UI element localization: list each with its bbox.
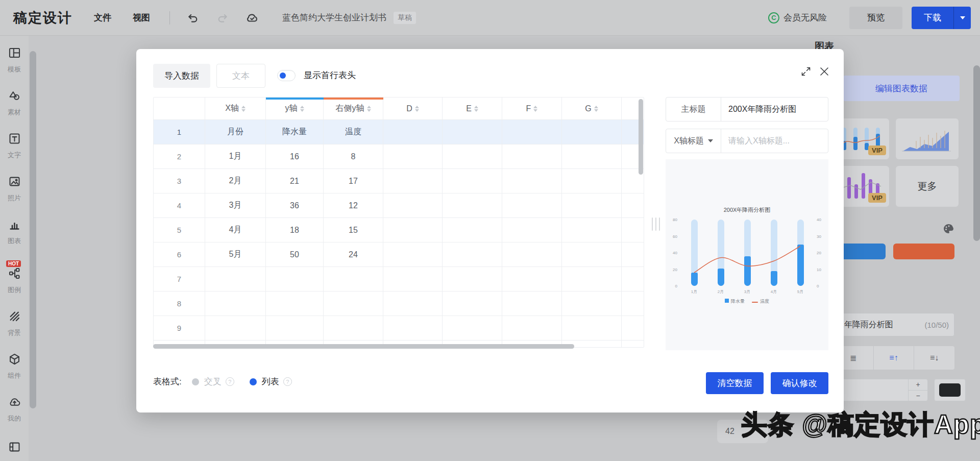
- sidebar-item-chart[interactable]: 图表: [0, 217, 29, 260]
- column-header[interactable]: F: [502, 98, 562, 120]
- radio-cross[interactable]: [192, 378, 199, 385]
- close-icon[interactable]: [818, 65, 830, 78]
- table-cell[interactable]: [502, 218, 562, 242]
- download-button[interactable]: 下载: [912, 7, 971, 29]
- panel-scrollbar[interactable]: [973, 65, 980, 241]
- sort-ascending-button[interactable]: ≡↑: [874, 346, 915, 370]
- table-cell[interactable]: [502, 120, 562, 144]
- table-cell[interactable]: [562, 316, 622, 341]
- table-cell[interactable]: [562, 242, 622, 267]
- table-cell[interactable]: [562, 120, 622, 144]
- column-header[interactable]: D: [383, 98, 443, 120]
- table-cell[interactable]: [383, 267, 443, 292]
- table-cell[interactable]: [383, 169, 443, 193]
- table-cell[interactable]: [443, 120, 502, 144]
- canvas-scrollbar[interactable]: [30, 51, 36, 408]
- zoom-level[interactable]: 42: [717, 420, 768, 443]
- sidebar-item-mine[interactable]: 我的: [0, 395, 29, 438]
- column-header[interactable]: 右侧y轴: [324, 98, 383, 120]
- table-cell[interactable]: 月份: [205, 120, 266, 144]
- table-cell[interactable]: 温度: [324, 120, 383, 144]
- table-cell[interactable]: 2月: [205, 169, 266, 193]
- table-cell[interactable]: [443, 316, 502, 341]
- table-cell[interactable]: 17: [324, 169, 383, 193]
- table-cell[interactable]: [562, 144, 622, 169]
- download-label[interactable]: 下载: [912, 7, 953, 29]
- chart-thumbnail-area[interactable]: [896, 118, 959, 159]
- table-cell[interactable]: [205, 267, 266, 292]
- table-cell[interactable]: [562, 193, 622, 218]
- table-cell[interactable]: [443, 144, 502, 169]
- sort-icon[interactable]: [367, 106, 371, 112]
- table-cell[interactable]: 18: [266, 218, 324, 242]
- sort-icon[interactable]: [474, 106, 478, 112]
- table-cell[interactable]: 1月: [205, 144, 266, 169]
- clear-data-button[interactable]: 清空数据: [706, 372, 764, 394]
- palette-icon[interactable]: [942, 223, 954, 235]
- sort-icon[interactable]: [594, 106, 598, 112]
- sidebar-item-legend[interactable]: HOT图例: [0, 266, 29, 309]
- stepper-decrement[interactable]: −: [909, 391, 927, 401]
- table-cell[interactable]: [502, 193, 562, 218]
- show-header-toggle[interactable]: [277, 70, 296, 81]
- table-cell[interactable]: [383, 193, 443, 218]
- table-cell[interactable]: 3月: [205, 193, 266, 218]
- expand-icon[interactable]: [800, 65, 812, 78]
- more-charts-button[interactable]: 更多: [896, 166, 959, 207]
- column-header[interactable]: G: [562, 98, 622, 120]
- table-cell[interactable]: [562, 267, 622, 292]
- table-cell[interactable]: [324, 292, 383, 316]
- table-cell[interactable]: [502, 169, 562, 193]
- table-cell[interactable]: [562, 169, 622, 193]
- table-cell[interactable]: 21: [266, 169, 324, 193]
- table-cell[interactable]: [324, 267, 383, 292]
- table-cell[interactable]: [443, 193, 502, 218]
- table-cell[interactable]: 36: [266, 193, 324, 218]
- undo-icon[interactable]: [186, 11, 200, 25]
- table-cell[interactable]: [443, 267, 502, 292]
- value-stepper[interactable]: + −: [833, 379, 928, 401]
- table-cell[interactable]: 24: [324, 242, 383, 267]
- download-dropdown[interactable]: [954, 7, 971, 29]
- sort-icon[interactable]: [300, 106, 304, 112]
- table-cell[interactable]: [383, 218, 443, 242]
- sidebar-item-background[interactable]: 背景: [0, 309, 29, 352]
- option-cross-label[interactable]: 交叉: [204, 376, 222, 387]
- table-cell[interactable]: [502, 267, 562, 292]
- xaxis-title-dropdown[interactable]: X轴标题: [666, 129, 721, 153]
- menu-file[interactable]: 文件: [94, 12, 111, 23]
- tab-import-data[interactable]: 导入数据: [153, 64, 210, 88]
- redo-icon[interactable]: [216, 11, 229, 25]
- sidebar-item-component[interactable]: 组件: [0, 352, 29, 395]
- option-list-label[interactable]: 列表: [262, 376, 279, 387]
- table-cell[interactable]: 15: [324, 218, 383, 242]
- edit-chart-data-button[interactable]: 编辑图表数据: [843, 76, 960, 101]
- tab-text[interactable]: 文本: [216, 64, 265, 88]
- table-cell[interactable]: [443, 169, 502, 193]
- table-cell[interactable]: [502, 292, 562, 316]
- help-icon[interactable]: ?: [226, 377, 234, 386]
- sidebar-item-text[interactable]: 文字: [0, 132, 29, 175]
- sort-icon[interactable]: [241, 106, 246, 112]
- table-cell[interactable]: [562, 218, 622, 242]
- table-cell[interactable]: [443, 218, 502, 242]
- main-title-input[interactable]: [721, 98, 828, 121]
- table-cell[interactable]: 4月: [205, 218, 266, 242]
- column-header[interactable]: E: [443, 98, 502, 120]
- help-icon[interactable]: ?: [283, 377, 292, 386]
- table-cell[interactable]: [502, 242, 562, 267]
- panel-resize-handle[interactable]: [652, 217, 660, 231]
- table-cell[interactable]: [502, 144, 562, 169]
- column-header[interactable]: y轴: [266, 98, 324, 120]
- xaxis-title-input[interactable]: [721, 129, 828, 153]
- color-swatch-orange[interactable]: [893, 244, 954, 259]
- table-cell[interactable]: [383, 120, 443, 144]
- sidebar-item-pages[interactable]: [0, 440, 29, 461]
- table-cell[interactable]: [443, 242, 502, 267]
- sort-icon[interactable]: [415, 106, 419, 112]
- sort-icon[interactable]: [533, 106, 537, 112]
- radio-list[interactable]: [250, 378, 257, 385]
- table-cell[interactable]: [205, 292, 266, 316]
- menu-view[interactable]: 视图: [133, 12, 150, 23]
- column-header[interactable]: X轴: [205, 98, 266, 120]
